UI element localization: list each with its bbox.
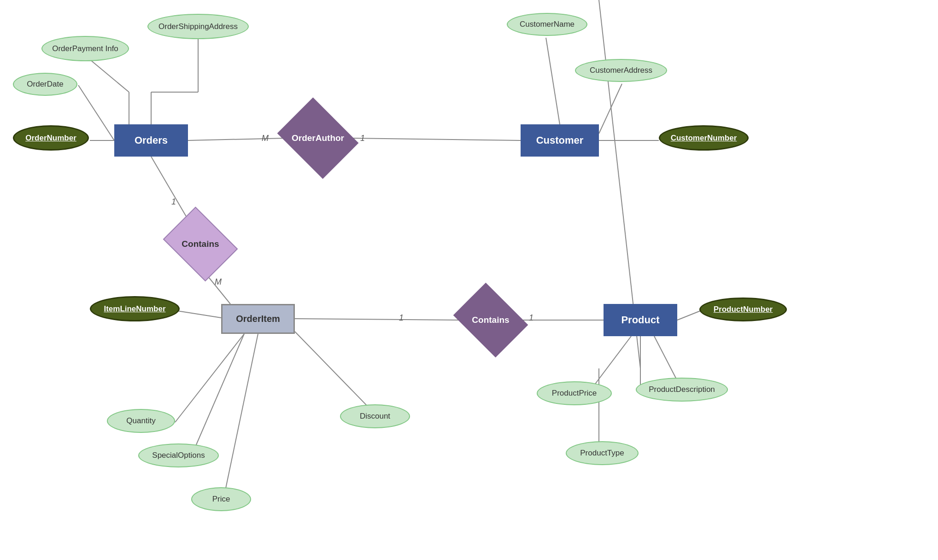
svg-line-19	[295, 319, 461, 320]
ellipse-discount: Discount	[340, 404, 410, 428]
relationship-contains1: Contains	[170, 221, 230, 267]
connector-lines	[0, 0, 938, 560]
ellipse-quantity: Quantity	[107, 409, 175, 433]
entity-orders: Orders	[114, 124, 188, 157]
svg-line-4	[90, 60, 129, 92]
ellipse-price: Price	[191, 487, 251, 511]
ellipse-ordershippingaddress: OrderShippingAddress	[147, 14, 249, 39]
svg-line-17	[226, 334, 258, 488]
ellipse-ordernumber: OrderNumber	[13, 125, 89, 151]
svg-line-21	[677, 311, 700, 320]
svg-line-12	[151, 157, 189, 221]
ellipse-customeraddress: CustomerAddress	[575, 59, 667, 82]
ellipse-specialoptions: SpecialOptions	[138, 443, 219, 467]
svg-line-7	[188, 138, 286, 140]
svg-line-16	[191, 334, 244, 456]
entity-product: Product	[604, 304, 677, 336]
card-contains2-1b: 1	[529, 313, 533, 323]
entity-orderitem: OrderItem	[221, 304, 295, 334]
svg-line-10	[599, 84, 622, 134]
relationship-contains2: Contains	[461, 297, 521, 343]
ellipse-productnumber: ProductNumber	[699, 298, 787, 321]
card-orderauthor-1: 1	[360, 134, 365, 143]
entity-customer: Customer	[521, 124, 599, 157]
ellipse-orderpaymentinfo: OrderPayment Info	[41, 36, 129, 61]
ellipse-productdescription: ProductDescription	[636, 378, 728, 402]
svg-line-18	[295, 332, 378, 417]
ellipse-customername: CustomerName	[507, 13, 587, 36]
ellipse-customernumber: CustomerNumber	[659, 125, 749, 151]
svg-line-14	[177, 311, 221, 318]
svg-line-15	[175, 334, 244, 422]
svg-line-9	[546, 38, 560, 124]
er-diagram: Orders Customer OrderItem Product OrderA…	[0, 0, 938, 560]
ellipse-itemlinenumber: ItemLineNumber	[90, 296, 180, 321]
ellipse-orderdate: OrderDate	[13, 73, 77, 96]
card-contains2-1a: 1	[399, 313, 404, 323]
card-orderauthor-m: M	[262, 134, 269, 143]
card-contains1-m: M	[215, 277, 222, 287]
card-contains1-1: 1	[171, 197, 176, 207]
relationship-orderauthor: OrderAuthor	[286, 113, 350, 163]
ellipse-producttype: ProductType	[566, 441, 639, 465]
svg-line-8	[350, 138, 521, 140]
ellipse-productprice: ProductPrice	[537, 381, 612, 405]
